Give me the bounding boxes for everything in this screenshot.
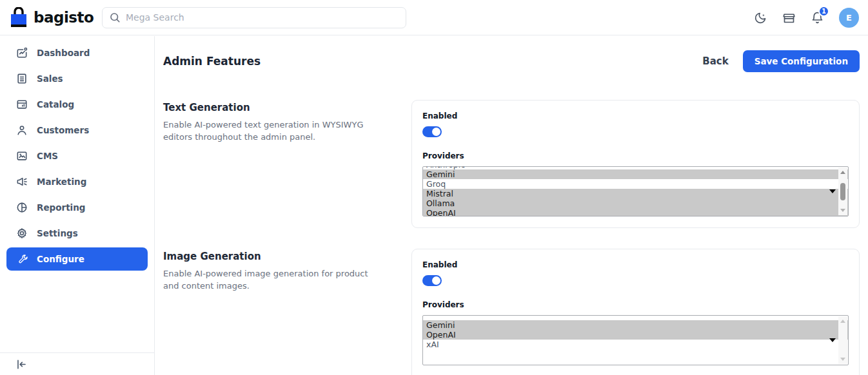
provider-option[interactable]: OpenAI bbox=[423, 330, 848, 340]
text-generation-card: Enabled Providers Anthropic Gemini Groq … bbox=[411, 100, 860, 228]
sales-icon bbox=[15, 72, 28, 85]
back-link[interactable]: Back bbox=[702, 55, 728, 67]
select-scrollbar[interactable] bbox=[838, 168, 847, 215]
page-title: Admin Features bbox=[163, 55, 261, 68]
sidebar-item-sales[interactable]: Sales bbox=[6, 67, 148, 90]
toggle-knob bbox=[432, 128, 440, 136]
image-generation-providers-select[interactable]: Gemini OpenAI xAI bbox=[422, 315, 849, 365]
sidebar-item-marketing[interactable]: Marketing bbox=[6, 170, 148, 193]
provider-option[interactable]: Gemini bbox=[423, 320, 848, 330]
main-content: Admin Features Back Save Configuration T… bbox=[155, 36, 868, 375]
sidebar-item-label: Catalog bbox=[37, 99, 74, 110]
section-title: Image Generation bbox=[163, 251, 411, 262]
brand-name: bagisto bbox=[34, 9, 94, 26]
avatar[interactable]: E bbox=[839, 8, 859, 28]
providers-label: Providers bbox=[422, 151, 849, 160]
scroll-up-icon[interactable] bbox=[840, 171, 845, 174]
provider-option[interactable]: OpenAI bbox=[423, 208, 848, 216]
sidebar-item-label: Reporting bbox=[37, 202, 86, 213]
enabled-label: Enabled bbox=[422, 260, 849, 269]
sidebar-item-cms[interactable]: CMS bbox=[6, 144, 148, 168]
mega-search bbox=[102, 7, 406, 28]
image-generation-enabled-toggle[interactable] bbox=[422, 275, 442, 286]
sidebar-item-configure[interactable]: Configure bbox=[6, 247, 148, 271]
section-description: Enable AI-powered text generation in WYS… bbox=[163, 119, 386, 144]
enabled-label: Enabled bbox=[422, 111, 849, 120]
search-icon bbox=[109, 12, 121, 23]
sidebar-item-label: Configure bbox=[37, 254, 84, 264]
save-configuration-button[interactable]: Save Configuration bbox=[743, 50, 860, 72]
store-icon[interactable] bbox=[782, 11, 796, 24]
provider-option[interactable]: xAI bbox=[423, 340, 848, 349]
image-generation-card: Enabled Providers Gemini OpenAI xAI bbox=[411, 249, 860, 375]
dashboard-icon bbox=[15, 46, 28, 59]
notifications-bell-icon[interactable]: 1 bbox=[811, 11, 824, 24]
provider-option[interactable]: Gemini bbox=[423, 169, 848, 179]
sidebar-item-dashboard[interactable]: Dashboard bbox=[6, 41, 148, 64]
select-scrollbar bbox=[838, 316, 847, 364]
section-description: Enable AI-powered image generation for p… bbox=[163, 268, 386, 293]
sidebar: Dashboard Sales Catalog bbox=[0, 36, 155, 375]
search-input[interactable] bbox=[102, 7, 406, 28]
sidebar-item-label: Marketing bbox=[37, 177, 86, 187]
collapse-sidebar-icon[interactable] bbox=[15, 358, 28, 370]
text-generation-providers-select[interactable]: Anthropic Gemini Groq Mistral Ollama Ope… bbox=[422, 166, 849, 216]
notification-badge: 1 bbox=[818, 6, 829, 17]
select-dropdown-arrow-icon bbox=[829, 189, 836, 193]
section-text-generation: Text Generation Enable AI-powered text g… bbox=[163, 100, 860, 228]
provider-option[interactable]: Ollama bbox=[423, 198, 848, 208]
reporting-icon bbox=[15, 201, 28, 214]
sidebar-item-label: CMS bbox=[37, 151, 58, 161]
provider-option[interactable]: Groq bbox=[423, 179, 848, 189]
sidebar-item-settings[interactable]: Settings bbox=[6, 222, 148, 245]
sidebar-item-customers[interactable]: Customers bbox=[6, 119, 148, 142]
sidebar-item-label: Dashboard bbox=[37, 48, 90, 58]
sidebar-item-label: Sales bbox=[37, 73, 63, 84]
scroll-up-icon bbox=[840, 320, 845, 323]
brand-logo[interactable]: bagisto bbox=[9, 7, 101, 28]
scrollbar-thumb[interactable] bbox=[840, 183, 845, 200]
providers-label: Providers bbox=[422, 300, 849, 309]
scroll-down-icon[interactable] bbox=[840, 209, 845, 212]
top-header: bagisto 1 bbox=[0, 0, 868, 35]
cms-icon bbox=[15, 149, 28, 162]
text-generation-enabled-toggle[interactable] bbox=[422, 126, 442, 137]
bagisto-bag-icon bbox=[9, 7, 28, 28]
provider-option[interactable]: Mistral bbox=[423, 189, 848, 198]
sidebar-footer bbox=[0, 352, 154, 375]
section-image-generation: Image Generation Enable AI-powered image… bbox=[163, 249, 860, 375]
section-title: Text Generation bbox=[163, 102, 411, 113]
scroll-down-icon bbox=[840, 358, 845, 361]
dark-mode-icon[interactable] bbox=[754, 11, 767, 24]
wrench-icon bbox=[15, 253, 28, 265]
customers-icon bbox=[15, 124, 28, 137]
sidebar-item-label: Customers bbox=[37, 125, 89, 135]
sidebar-item-catalog[interactable]: Catalog bbox=[6, 93, 148, 116]
gear-icon bbox=[15, 227, 28, 240]
marketing-icon bbox=[15, 175, 28, 188]
select-dropdown-arrow-icon bbox=[829, 338, 836, 342]
toggle-knob bbox=[432, 276, 440, 285]
catalog-icon bbox=[15, 98, 28, 111]
sidebar-item-reporting[interactable]: Reporting bbox=[6, 196, 148, 219]
sidebar-item-label: Settings bbox=[37, 228, 78, 238]
